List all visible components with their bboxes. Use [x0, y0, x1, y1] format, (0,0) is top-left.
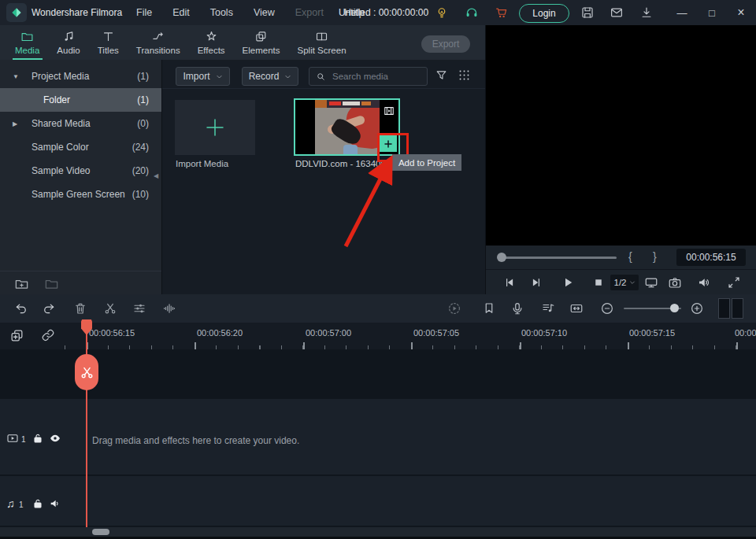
video-track[interactable]: 1 Drag media and effects here to create … — [0, 399, 756, 474]
close-button[interactable]: × — [734, 6, 748, 20]
scrollbar-thumb[interactable] — [92, 529, 109, 535]
view-grid-icon[interactable] — [458, 68, 471, 82]
next-frame-button[interactable] — [529, 275, 543, 290]
collapse-sidebar-icon[interactable]: ◀ — [154, 172, 158, 179]
mark-in-button[interactable]: { — [628, 250, 632, 263]
preview-seek-bar[interactable] — [500, 257, 617, 259]
record-dropdown[interactable]: Record — [242, 67, 298, 86]
expand-triangle-icon[interactable]: ▼ — [13, 73, 19, 80]
search-input[interactable] — [331, 71, 421, 82]
adjust-sliders-button[interactable] — [132, 301, 146, 316]
dual-view-toggle[interactable] — [718, 298, 743, 319]
import-dropdown[interactable]: Import — [176, 67, 230, 86]
login-button[interactable]: Login — [519, 4, 569, 23]
tab-effects[interactable]: Effects — [189, 25, 234, 60]
sidebar-item-shared-media[interactable]: ▶ Shared Media (0) — [0, 112, 161, 135]
media-library-sidebar: ▼ Project Media (1) Folder (1) ▶ Shared … — [0, 60, 161, 294]
fullscreen-icon[interactable] — [727, 275, 741, 290]
tab-titles[interactable]: Titles — [89, 25, 128, 60]
sidebar-item-folder[interactable]: Folder (1) — [0, 88, 161, 112]
marker-button[interactable] — [482, 301, 496, 316]
menu-edit[interactable]: Edit — [162, 7, 200, 18]
audio-denoise-button[interactable] — [162, 301, 176, 316]
ruler-label: 00:00 — [735, 328, 756, 338]
download-icon[interactable] — [639, 6, 654, 20]
fit-timeline-button[interactable] — [569, 301, 584, 316]
undo-button[interactable] — [14, 301, 28, 316]
tab-split-screen[interactable]: Split Screen — [289, 25, 355, 60]
new-folder-icon[interactable] — [14, 276, 29, 291]
tab-elements[interactable]: Elements — [234, 25, 289, 60]
timeline-ruler[interactable]: 00:00:56:15 00:00:56:20 00:00:57:00 00:0… — [0, 323, 756, 349]
support-headset-icon[interactable] — [465, 6, 479, 20]
redo-button[interactable] — [42, 301, 56, 316]
toggle-visibility-eye-icon[interactable] — [49, 432, 61, 445]
panel-divider — [161, 60, 162, 294]
menu-tools[interactable]: Tools — [200, 7, 243, 18]
menu-bar: File Edit Tools View Export Help — [126, 0, 375, 25]
preview-seek-knob[interactable] — [497, 253, 506, 262]
playback-quality-dropdown[interactable]: 1/2 — [610, 275, 639, 290]
effects-star-icon — [205, 30, 218, 43]
previous-frame-button[interactable] — [502, 275, 517, 290]
tab-audio[interactable]: Audio — [48, 25, 88, 60]
preview-scrub-row: { } 00:00:56:15 — [486, 246, 756, 269]
sidebar-item-sample-green-screen[interactable]: Sample Green Screen (10) — [0, 183, 161, 206]
filter-funnel-icon[interactable] — [435, 68, 448, 82]
chevron-down-icon — [216, 73, 223, 80]
clip-banner — [315, 100, 380, 108]
clip-frame — [315, 100, 380, 154]
audio-track[interactable]: ♫ 1 — [0, 476, 756, 526]
menu-file[interactable]: File — [126, 7, 162, 18]
audio-mixer-button[interactable] — [541, 301, 555, 316]
stop-button[interactable] — [591, 275, 606, 290]
playhead-split-scissors-button[interactable] — [75, 354, 98, 390]
display-device-icon[interactable] — [644, 275, 658, 290]
zoom-out-button[interactable] — [600, 301, 614, 316]
delete-folder-icon[interactable] — [44, 276, 59, 291]
export-button[interactable]: Export — [421, 35, 470, 53]
ruler-label: 00:00:57:05 — [413, 328, 459, 338]
mark-out-button[interactable]: } — [653, 250, 657, 263]
lock-track-icon[interactable] — [32, 497, 44, 510]
sidebar-item-project-media[interactable]: ▼ Project Media (1) — [0, 65, 161, 88]
voiceover-mic-button[interactable] — [510, 301, 524, 316]
menu-view[interactable]: View — [243, 7, 285, 18]
render-preview-button[interactable] — [447, 301, 461, 316]
media-panel: Import Record Import Media — [162, 60, 486, 294]
store-cart-icon[interactable] — [495, 6, 509, 20]
link-clips-icon[interactable] — [41, 328, 55, 342]
timeline-empty-hint: Drag media and effects here to create yo… — [92, 435, 299, 446]
sidebar-item-sample-video[interactable]: Sample Video (20) — [0, 159, 161, 183]
minimize-button[interactable]: — — [675, 6, 689, 20]
tab-media[interactable]: Media — [6, 25, 48, 60]
video-track-icon — [6, 432, 19, 445]
manage-tracks-icon[interactable] — [9, 328, 24, 343]
split-scissors-button[interactable] — [103, 301, 117, 316]
audio-track-icon: ♫ — [6, 497, 15, 510]
timeline-toolbar — [0, 294, 756, 323]
mute-track-speaker-icon[interactable] — [49, 497, 61, 510]
volume-icon[interactable] — [697, 275, 711, 290]
tab-transitions[interactable]: Transitions — [128, 25, 189, 60]
mail-icon[interactable] — [610, 6, 624, 20]
delete-button[interactable] — [73, 301, 87, 316]
tips-lightbulb-icon[interactable] — [435, 6, 449, 20]
import-media-label: Import Media — [176, 159, 228, 168]
zoom-in-button[interactable] — [690, 301, 704, 316]
sidebar-item-sample-color[interactable]: Sample Color (24) — [0, 135, 161, 159]
pillarbox-left — [295, 100, 315, 154]
import-media-tile[interactable] — [175, 100, 255, 155]
timeline-zoom-knob[interactable] — [670, 304, 679, 312]
timeline-scrollbar[interactable] — [0, 527, 756, 537]
lock-track-icon[interactable] — [32, 432, 44, 445]
play-button[interactable] — [561, 275, 575, 290]
menu-export[interactable]: Export — [285, 7, 334, 18]
collapsed-triangle-icon[interactable]: ▶ — [13, 120, 17, 127]
save-icon[interactable] — [580, 6, 595, 20]
maximize-button[interactable]: □ — [705, 6, 719, 20]
toolbar-divider — [162, 88, 486, 89]
snapshot-camera-icon[interactable] — [668, 275, 682, 290]
app-name: Wondershare Filmora — [32, 7, 122, 18]
preview-timecode: 00:00:56:15 — [676, 249, 746, 266]
